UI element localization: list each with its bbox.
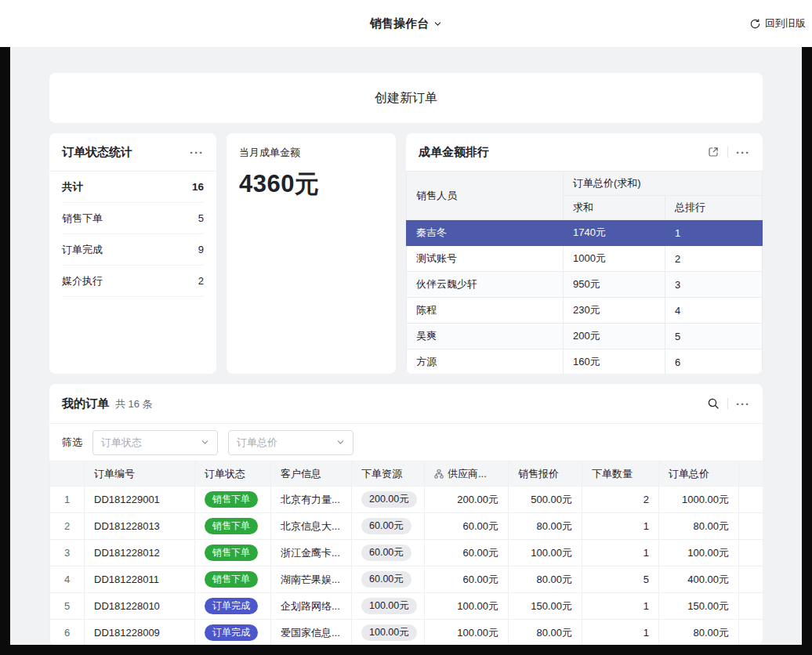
back-to-old-version-button[interactable]: 回到旧版 <box>749 16 806 31</box>
status-row-completed[interactable]: 订单完成 9 <box>62 234 204 266</box>
status-value: 5 <box>198 212 204 224</box>
order-status-filter-select[interactable]: 订单状态 <box>92 430 218 455</box>
order-total-cell: 80.00元 <box>659 513 739 540</box>
order-no-cell: DD181228013 <box>85 513 195 540</box>
customer-cell: 北京信息大... <box>271 513 352 540</box>
order-total-column-header[interactable]: 订单总价 <box>659 461 739 487</box>
salesperson-cell: 测试账号 <box>407 246 564 272</box>
order-no-cell: DD181228012 <box>85 540 195 566</box>
order-row[interactable]: 6 DD181228009 订单完成 爱国家信息... 100.00元 100.… <box>50 620 763 646</box>
row-number-cell: 5 <box>50 593 85 620</box>
create-order-button[interactable]: 创建新订单 <box>49 73 763 123</box>
resource-column-header[interactable]: 下单资源 <box>352 461 425 487</box>
order-status-cell: 订单完成 <box>195 593 271 620</box>
supplier-cell: 60.00元 <box>425 540 509 566</box>
status-badge: 订单完成 <box>205 624 258 641</box>
resource-tag: 100.00元 <box>361 624 417 642</box>
order-total-cell: 100.00元 <box>659 540 739 566</box>
status-badge: 订单完成 <box>205 598 258 614</box>
supplier-cell: 100.00元 <box>425 620 509 646</box>
quantity-cell: 5 <box>582 566 659 593</box>
quote-cell: 150.00元 <box>509 593 582 620</box>
more-icon[interactable]: ··· <box>736 398 750 410</box>
order-no-column-header[interactable]: 订单编号 <box>85 461 195 487</box>
page-background: 创建新订单 订单状态统计 ··· 共计 16 销售下单 5 订单完成 <box>10 47 802 645</box>
status-row-media-exec[interactable]: 媒介执行 2 <box>62 266 204 297</box>
amount-ranking-card: 成单金额排行 ··· 销售人员 <box>406 133 763 374</box>
spacer-cell <box>739 540 763 566</box>
chevron-down-icon <box>433 20 442 28</box>
search-icon[interactable] <box>707 397 720 410</box>
resource-cell: 100.00元 <box>352 593 425 620</box>
select-placeholder: 订单状态 <box>101 436 142 450</box>
quote-column-header[interactable]: 销售报价 <box>509 461 582 487</box>
orders-count: 共 16 条 <box>115 397 153 411</box>
monthly-amount-card: 当月成单金额 4360元 <box>227 133 396 374</box>
more-icon[interactable]: ··· <box>190 147 204 158</box>
order-no-cell: DD181228010 <box>85 593 195 620</box>
quote-cell: 500.00元 <box>509 487 582 513</box>
more-icon[interactable]: ··· <box>736 147 750 158</box>
status-badge: 销售下单 <box>205 491 258 508</box>
ranking-row[interactable]: 伙伴云魏少轩 950元 3 <box>407 272 763 298</box>
resource-tag: 200.00元 <box>361 491 417 508</box>
orders-table-header-row: 订单编号 订单状态 客户信息 下单资源 <box>50 461 763 487</box>
status-value: 16 <box>192 181 204 193</box>
ranking-table: 销售人员 订单总价(求和) 求和 总排行 秦吉冬 1740元 1 <box>406 171 763 374</box>
order-total-filter-select[interactable]: 订单总价 <box>228 430 353 455</box>
order-row[interactable]: 1 DD181229001 销售下单 北京有力量... 200.00元 200.… <box>50 487 763 513</box>
quantity-cell: 1 <box>582 540 659 566</box>
quote-cell: 100.00元 <box>509 540 582 566</box>
order-no-cell: DD181228009 <box>85 620 195 646</box>
customer-cell: 爱国家信息... <box>271 620 352 646</box>
order-row[interactable]: 4 DD181228011 销售下单 湖南芒果娱... 60.00元 60.00… <box>50 566 763 593</box>
spacer-cell <box>739 566 763 593</box>
status-badge: 销售下单 <box>205 571 258 588</box>
ranking-row[interactable]: 陈程 230元 4 <box>407 298 763 324</box>
order-status-column-header[interactable]: 订单状态 <box>195 461 271 487</box>
resource-cell: 60.00元 <box>352 566 425 593</box>
quantity-cell: 1 <box>582 620 659 646</box>
quantity-column-header[interactable]: 下单数量 <box>582 461 659 487</box>
order-row[interactable]: 3 DD181228012 销售下单 浙江金鹰卡... 60.00元 60.00… <box>50 540 763 566</box>
ranking-row[interactable]: 方源 160元 6 <box>407 349 763 375</box>
row-number-cell: 2 <box>50 513 85 540</box>
spacer-cell <box>739 487 763 513</box>
ranking-row-selected[interactable]: 秦吉冬 1740元 1 <box>407 220 763 246</box>
amount-value: 4360元 <box>239 168 383 201</box>
row-number-cell: 1 <box>50 487 85 513</box>
col-header-total-sum-group: 订单总价(求和) <box>564 172 763 196</box>
resource-tag: 60.00元 <box>361 518 411 535</box>
resource-cell: 200.00元 <box>352 487 425 513</box>
row-number-cell: 3 <box>50 540 85 566</box>
col-header-rank: 总排行 <box>665 196 763 220</box>
status-row-sales-order[interactable]: 销售下单 5 <box>62 203 204 234</box>
quantity-cell: 1 <box>582 593 659 620</box>
ranking-row[interactable]: 测试账号 1000元 2 <box>407 246 763 272</box>
order-status-cell: 销售下单 <box>195 487 271 513</box>
status-badge: 销售下单 <box>205 518 258 534</box>
chevron-down-icon <box>336 438 345 447</box>
quantity-cell: 2 <box>582 487 659 513</box>
ranking-card-title: 成单金额排行 <box>419 145 489 160</box>
create-order-label: 创建新订单 <box>375 90 437 107</box>
open-in-new-icon[interactable] <box>707 146 720 158</box>
customer-column-header[interactable]: 客户信息 <box>271 461 352 487</box>
status-value: 2 <box>198 275 204 287</box>
history-icon <box>749 18 761 30</box>
back-label: 回到旧版 <box>765 16 806 31</box>
status-badge: 销售下单 <box>205 545 258 561</box>
order-row[interactable]: 5 DD181228010 订单完成 企划路网络... 100.00元 100.… <box>50 593 763 620</box>
status-card-title: 订单状态统计 <box>62 145 132 160</box>
order-row[interactable]: 2 DD181228013 销售下单 北京信息大... 60.00元 60.00… <box>50 513 763 540</box>
row-number-cell: 6 <box>50 620 85 646</box>
supplier-column-header[interactable]: 供应商... <box>425 461 509 487</box>
workspace-title-dropdown[interactable]: 销售操作台 <box>370 16 442 31</box>
ranking-row[interactable]: 吴爽 200元 5 <box>407 324 763 349</box>
sum-cell: 160元 <box>564 349 665 375</box>
status-row-total[interactable]: 共计 16 <box>62 172 204 203</box>
order-status-cell: 销售下单 <box>195 513 271 540</box>
rank-cell: 4 <box>665 298 763 324</box>
status-label: 订单完成 <box>62 243 103 257</box>
orders-table: 订单编号 订单状态 客户信息 下单资源 <box>49 461 763 645</box>
